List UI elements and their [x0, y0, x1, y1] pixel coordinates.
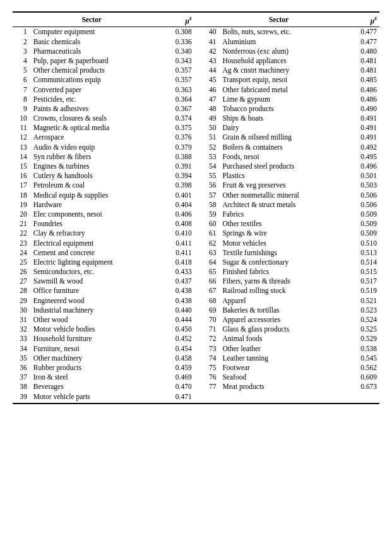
left-index: 31: [13, 314, 31, 324]
left-mu: 0.458: [152, 353, 194, 362]
left-mu: 0.308: [152, 27, 194, 37]
right-mu: 0.510: [338, 238, 379, 248]
left-index: 36: [13, 362, 31, 372]
left-sector: Sawmill & wood: [31, 277, 153, 286]
left-mu: 0.374: [152, 114, 194, 123]
left-index: 33: [13, 334, 31, 344]
left-sector-header: Sector: [31, 12, 153, 27]
right-index-header: [202, 12, 220, 27]
right-mu: 0.673: [338, 382, 379, 392]
left-sector: Other machinery: [31, 353, 153, 362]
table-row: 7 Converted paper 0.363 46 Other fabrica…: [13, 85, 379, 94]
right-sector: Grain & oilseed milling: [220, 133, 337, 142]
table-row: 2 Basic chemicals 0.336 41 Aluminium 0.4…: [13, 37, 379, 46]
left-sector: Iron & steel: [31, 373, 153, 382]
left-index: 8: [13, 94, 31, 104]
right-index: 68: [202, 296, 220, 305]
left-index: 12: [13, 133, 31, 142]
right-index: 59: [202, 209, 220, 218]
table-row: 39 Motor vehicle parts 0.471: [13, 392, 379, 401]
left-sector: Foundries: [31, 219, 153, 229]
left-sector: Paints & adhesives: [31, 104, 153, 113]
table-row: 12 Aerospace 0.376 51 Grain & oilseed mi…: [13, 133, 379, 142]
divider: [194, 325, 202, 334]
right-mu: 0.481: [338, 66, 379, 75]
left-sector: Household furniture: [31, 334, 153, 344]
table-row: 22 Clay & refractory 0.410 61 Springs & …: [13, 229, 379, 238]
right-sector: Boilers & containers: [220, 142, 337, 152]
right-mu: 0.506: [338, 200, 379, 209]
left-index: 11: [13, 123, 31, 133]
left-mu: 0.438: [152, 286, 194, 296]
table-row: 6 Communications equip 0.357 45 Transpor…: [13, 75, 379, 85]
left-sector: Cement and concrete: [31, 248, 153, 257]
table-row: 16 Cutlery & handtools 0.394 55 Plastics…: [13, 171, 379, 181]
left-index: 29: [13, 296, 31, 305]
divider: [194, 229, 202, 238]
right-mu: 0.523: [338, 305, 379, 314]
right-mu: 0.514: [338, 257, 379, 266]
left-index: 14: [13, 152, 31, 161]
table-row: 9 Paints & adhesives 0.367 48 Tobacco pr…: [13, 104, 379, 113]
left-mu: 0.433: [152, 267, 194, 277]
left-index: 7: [13, 85, 31, 94]
right-index: 51: [202, 133, 220, 142]
right-sector: Purchased steel products: [220, 161, 337, 170]
left-index: 32: [13, 325, 31, 334]
left-index: 9: [13, 104, 31, 113]
left-index: 1: [13, 27, 31, 37]
left-index: 4: [13, 56, 31, 65]
divider: [194, 190, 202, 200]
table-row: 14 Syn rubber & fibers 0.388 53 Foods, n…: [13, 152, 379, 161]
left-mu: 0.408: [152, 219, 194, 229]
table-row: 38 Beverages 0.470 77 Meat products 0.67…: [13, 382, 379, 392]
divider: [194, 75, 202, 85]
right-mu: 0.509: [338, 209, 379, 218]
left-mu: 0.411: [152, 248, 194, 257]
table-row: 24 Cement and concrete 0.411 63 Textile …: [13, 248, 379, 257]
left-mu: 0.343: [152, 56, 194, 65]
right-index: 48: [202, 104, 220, 113]
right-mu: 0.491: [338, 114, 379, 123]
table-row: 30 Industrial machinery 0.440 69 Bakerie…: [13, 305, 379, 314]
left-mu: 0.440: [152, 305, 194, 314]
divider: [194, 152, 202, 161]
right-index: 44: [202, 66, 220, 75]
divider: [194, 66, 202, 75]
right-mu-header: μs: [338, 12, 379, 27]
right-index: 60: [202, 219, 220, 229]
left-index: 10: [13, 114, 31, 123]
divider: [194, 392, 202, 401]
right-mu: 0.490: [338, 104, 379, 113]
right-index: 52: [202, 142, 220, 152]
divider: [194, 181, 202, 190]
right-sector: Seafood: [220, 373, 337, 382]
right-sector: Animal foods: [220, 334, 337, 344]
right-index: 56: [202, 181, 220, 190]
divider: [194, 373, 202, 382]
table-row: 20 Elec components, nesoi 0.406 59 Fabri…: [13, 209, 379, 218]
table-row: 26 Semiconductors, etc. 0.433 65 Finishe…: [13, 267, 379, 277]
left-sector: Motor vehicle bodies: [31, 325, 153, 334]
divider: [194, 267, 202, 277]
table-row: 25 Electric lighting equipment 0.418 64 …: [13, 257, 379, 266]
right-mu: 0.519: [338, 286, 379, 296]
right-index: 62: [202, 238, 220, 248]
left-index: 18: [13, 190, 31, 200]
left-index: 6: [13, 75, 31, 85]
right-mu: 0.538: [338, 344, 379, 353]
right-sector: Tobacco products: [220, 104, 337, 113]
divider: [194, 305, 202, 314]
table-row: 37 Iron & steel 0.469 76 Seafood 0.609: [13, 373, 379, 382]
table-row: 27 Sawmill & wood 0.437 66 Fibers, yarns…: [13, 277, 379, 286]
table-row: 29 Engineered wood 0.438 68 Apparel 0.52…: [13, 296, 379, 305]
divider: [194, 248, 202, 257]
right-sector: Architect & struct metals: [220, 200, 337, 209]
right-sector: Other fabricated metal: [220, 85, 337, 94]
right-mu: 0.481: [338, 56, 379, 65]
left-mu: 0.398: [152, 181, 194, 190]
table-row: 31 Other wood 0.444 70 Apparel accessori…: [13, 314, 379, 324]
left-sector: Syn rubber & fibers: [31, 152, 153, 161]
left-sector: Magnetic & optical media: [31, 123, 153, 133]
divider: [194, 161, 202, 170]
